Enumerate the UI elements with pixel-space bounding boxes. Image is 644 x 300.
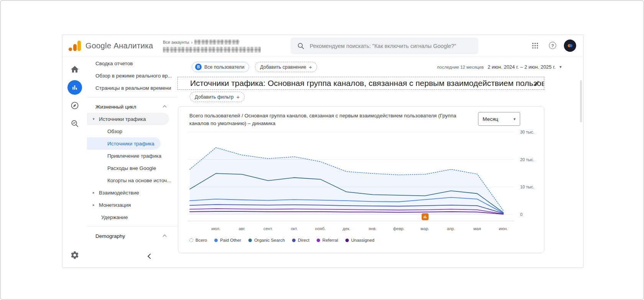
plus-icon: + [237,94,240,100]
date-range-picker[interactable]: последние 12 месяцев 2 июн. 2024 г. – 2 … [437,64,562,70]
trend-chart-card: Всего пользователей / Основная группа ка… [178,106,544,253]
add-comparison-label: Добавить сравнение [260,64,306,70]
reports-icon[interactable] [67,80,82,95]
date-range-value: 2 июн. 2024 г. – 2 июн. 2025 г. [488,64,556,70]
add-comparison-button[interactable]: Добавить сравнение + [255,62,317,72]
nav-label: Когорты на основе источ... [107,178,171,183]
legend-item-unassigned[interactable]: Unassigned [345,238,375,242]
sidebar-divider [87,226,177,227]
user-avatar[interactable] [564,40,576,52]
sidebar-item-traffic-sources-selected[interactable]: Источники трафика [87,137,161,150]
svg-text:10 тыс.: 10 тыс. [520,185,534,189]
page-background: Google Аналитика Все аккаунты › [0,0,644,300]
legend-swatch-icon [345,239,349,242]
edit-title-pencil-icon[interactable] [533,80,540,87]
sidebar-section-demography[interactable]: Demography [87,230,177,242]
nav-label: Источники трафика [99,116,146,122]
audience-badge: В [195,64,202,70]
nav-label: Удержание [101,214,128,220]
logo-dot [69,48,72,51]
insight-marker-icon[interactable] [422,213,429,220]
legend-item-direct[interactable]: Direct [292,238,309,242]
search-bar[interactable] [291,38,478,54]
legend-swatch-icon [189,238,193,242]
sidebar-item-monetization[interactable]: ▸ Монетизация [87,199,177,211]
sidebar-item-realtime-overview[interactable]: Обзор в режиме реального вр... [87,69,177,82]
svg-text:февр.: февр. [393,226,404,231]
sidebar-item-traffic-sources-group[interactable]: ▾ Источники трафика [87,113,169,125]
vertical-scrollbar[interactable] [580,80,582,122]
sidebar-item-retention[interactable]: Удержание [87,211,177,223]
legend-swatch-icon [214,239,218,242]
sidebar-item-non-google-cost[interactable]: Расходы вне Google [87,162,177,174]
svg-text:20 тыс.: 20 тыс. [520,157,534,162]
sidebar-section-lifecycle[interactable]: Жизненный цикл [87,101,177,113]
sidebar-divider [87,97,177,97]
home-icon[interactable] [70,65,79,76]
add-filter-button[interactable]: Добавить фильтр + [190,92,245,102]
nav-label: Взаимодействие [99,190,139,196]
nav-label: Demography [95,233,125,239]
google-analytics-logo[interactable] [69,41,82,51]
svg-text:авг.: авг. [238,226,245,231]
legend-swatch-icon [317,239,320,242]
svg-text:нояб.: нояб. [315,226,326,231]
nav-label: Привлечение трафика [107,153,161,159]
breadcrumb-all-accounts[interactable]: Все аккаунты [163,40,189,45]
logo-bar-mid [73,44,77,51]
triangle-down-icon: ▾ [93,117,96,121]
nav-label: Монетизация [99,202,131,208]
nav-label: Страницы в реальном времени [95,85,171,91]
svg-text:янв.: янв. [369,226,377,231]
redacted-property-name [163,47,261,53]
report-title: Источники трафика: Основная группа канал… [178,79,544,88]
legend-label: Paid Other [220,238,241,242]
plus-icon: + [309,64,312,70]
svg-text:окт.: окт. [291,226,298,231]
search-input[interactable] [310,43,472,49]
chevron-up-icon [163,235,167,239]
breadcrumb[interactable]: Все аккаунты › [163,40,270,53]
sidebar-item-overview[interactable]: Обзор [87,125,177,137]
nav-label: Обзор [107,129,122,134]
triangle-right-icon: ▸ [93,203,96,207]
svg-text:0: 0 [520,212,522,217]
legend-item-referral[interactable]: Referral [317,238,338,242]
legend-item-organic-search[interactable]: Organic Search [248,238,285,242]
settings-gear-icon[interactable] [70,251,79,261]
apps-grid-icon[interactable] [531,42,539,51]
legend-label: Organic Search [254,238,285,242]
sidebar-item-traffic-acquisition[interactable]: Привлечение трафика [87,150,177,162]
mini-bar-chart-icon [423,214,427,219]
explore-icon[interactable] [70,101,79,112]
nav-label: Жизненный цикл [95,104,136,110]
legend-item-paid-other[interactable]: Paid Other [214,238,241,242]
legend-item-всего[interactable]: Всего [189,238,207,242]
legend-swatch-icon [248,239,252,242]
audience-chip-label: Все пользователи [204,64,244,70]
nav-label: Расходы вне Google [107,165,156,171]
svg-text:сент.: сент. [263,226,273,231]
svg-text:апр.: апр. [447,226,455,231]
report-title-box[interactable]: Источники трафика: Основная группа канал… [177,77,544,90]
help-icon[interactable]: ? [549,42,556,49]
sidebar-item-engagement[interactable]: ▸ Взаимодействие [87,186,177,199]
analytics-window: Google Аналитика Все аккаунты › [62,35,583,268]
advertising-icon[interactable] [70,119,79,130]
add-filter-label: Добавить фильтр [195,94,234,100]
collapse-sidebar-icon[interactable] [148,254,153,259]
report-nav-sidebar: Сводка отчетов Обзор в режиме реального … [87,56,177,268]
app-header: Google Аналитика Все аккаунты › [62,35,583,56]
svg-text:июл.: июл. [211,226,220,231]
svg-text:июн.: июн. [499,226,508,231]
audience-chip[interactable]: В Все пользователи [192,62,249,72]
granularity-select[interactable]: Месяц ▾ [478,112,520,126]
redacted-account-name [194,40,240,45]
logo-bar-tall [77,41,81,51]
legend-label: Всего [196,238,207,242]
legend-swatch-icon [292,239,296,242]
sidebar-item-realtime-pages[interactable]: Страницы в реальном времени [87,82,177,94]
sidebar-item-source-cohorts[interactable]: Когорты на основе источ... [87,174,177,186]
sidebar-item-reports-snapshot[interactable]: Сводка отчетов [87,57,177,69]
breadcrumb-separator-icon: › [191,40,193,45]
